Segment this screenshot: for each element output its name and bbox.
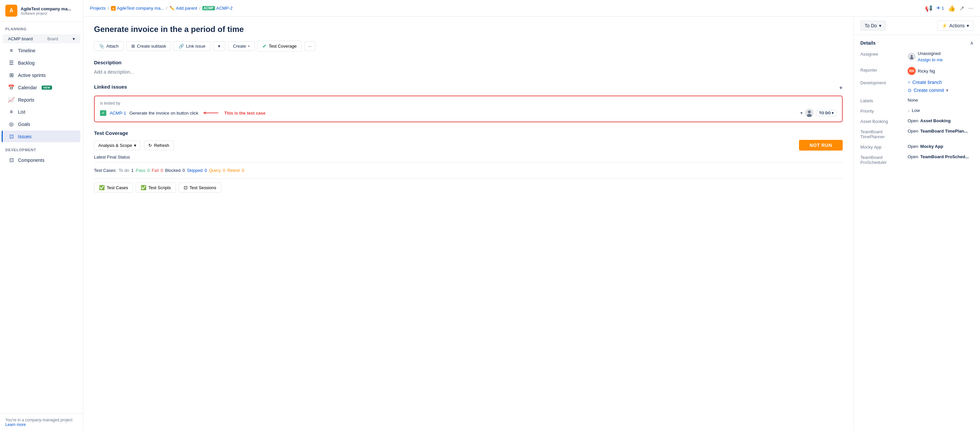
main-area: Projects / A AgileTest company ma... / ✏… [83, 0, 980, 431]
priority-value: ↓ Low [908, 108, 920, 113]
share-button[interactable]: ↗ [959, 5, 964, 12]
footer-text: You're in a company-managed project [5, 418, 78, 422]
sidebar-item-reports[interactable]: 📈 Reports [3, 94, 80, 106]
development-value: ⑂ Create branch ⊙ Create commit ▾ [908, 79, 948, 93]
test-stats: Test Cases: To do 1 Pass 0 Fail 0 Blocke… [94, 165, 843, 176]
divider-1 [94, 162, 843, 163]
asset-booking-link[interactable]: Asset Booking [920, 118, 951, 123]
reporter-avatar-img: RN [908, 67, 916, 75]
expand-icon[interactable]: ▾ [800, 110, 803, 116]
lightning-icon: ⚡ [942, 23, 947, 28]
breadcrumb-add-parent[interactable]: Add parent [176, 6, 197, 11]
sidebar-item-list[interactable]: ≡ List [3, 106, 80, 117]
notification-icon[interactable]: 📢 [925, 5, 932, 12]
pencil-icon: ✏️ [169, 6, 175, 11]
sidebar-item-calendar[interactable]: 📅 Calendar NEW [3, 82, 80, 93]
subtask-icon: ⊞ [131, 44, 135, 49]
teamboard-timeplanner-link[interactable]: TeamBoard TimePlan... [920, 128, 968, 133]
commit-dropdown-icon[interactable]: ▾ [946, 87, 948, 93]
attach-button[interactable]: 📎 Attach [94, 41, 124, 51]
actions-dropdown[interactable]: ⚡ Actions ▾ [937, 21, 973, 31]
goals-icon: ◎ [8, 121, 15, 127]
sidebar-item-issues[interactable]: ⊡ Issues [2, 131, 80, 142]
breadcrumb-issue[interactable]: ACMP-2 [216, 6, 233, 11]
link-dropdown-button[interactable]: ▾ [213, 41, 225, 51]
test-coverage-button[interactable]: ✔ Test Coverage [257, 41, 302, 52]
more-actions-button[interactable]: ··· [968, 5, 973, 12]
teamboard-timeplanner-value: Open TeamBoard TimePlan... [908, 128, 968, 133]
board-selector[interactable]: ACMP board Board ▾ [3, 34, 80, 43]
sidebar-item-components[interactable]: ⊡ Components [3, 154, 80, 166]
sidebar-item-active-sprints[interactable]: ⊞ Active sprints [3, 69, 80, 81]
chevron-icon: ▾ [218, 44, 220, 49]
svg-text:RN: RN [909, 69, 914, 73]
linked-item-status-dropdown[interactable]: TO DO ▾ [816, 110, 837, 116]
breadcrumb-project[interactable]: AgileTest company ma... [117, 6, 164, 11]
issue-badge: ACMP [202, 6, 215, 10]
actions-chevron-icon: ▾ [967, 23, 969, 28]
teamboard-proscheduler-link[interactable]: TeamBoard ProSched... [920, 154, 969, 159]
assignee-value: Unassigned Assign to me [908, 51, 943, 62]
sidebar-item-backlog[interactable]: ☰ Backlog [3, 57, 80, 69]
pass-label: Pass [136, 168, 145, 173]
test-sessions-tab[interactable]: ⊡ Test Sessions [179, 182, 221, 193]
eye-icon: 👁 [936, 6, 941, 11]
latest-final-status: Latest Final Status [94, 155, 843, 160]
retest-label: Retest [228, 168, 240, 173]
sidebar-item-label: Reports [18, 97, 34, 103]
development-label: DEVELOPMENT [0, 143, 83, 154]
add-linked-issue-button[interactable]: + [839, 85, 843, 92]
sidebar-header: A AgileTest company ma... Software proje… [0, 0, 83, 22]
sidebar-item-label: List [18, 109, 25, 114]
test-scripts-icon: ✅ [141, 185, 146, 190]
not-run-button[interactable]: NOT RUN [799, 140, 843, 151]
linked-issues-title: Linked issues [94, 84, 127, 90]
labels-label: Labels [860, 98, 904, 103]
mocky-app-link[interactable]: Mocky App [920, 144, 943, 149]
mocky-app-value: Open Mocky App [908, 144, 943, 149]
linked-issues-section: Linked issues + is tested by ✓ ACMP-1 Ge… [94, 84, 843, 122]
timeline-icon: ≡ [8, 48, 15, 54]
learn-more-link[interactable]: Learn more [5, 422, 25, 427]
description-input[interactable]: Add a description... [94, 68, 843, 76]
create-commit-link[interactable]: Create commit [914, 87, 944, 93]
topbar-actions: 📢 👁 1 👍 ↗ ··· [925, 5, 973, 12]
reporter-value: RN Ricky Ng [908, 67, 935, 75]
sidebar: A AgileTest company ma... Software proje… [0, 0, 83, 431]
create-button[interactable]: Create ▾ [228, 41, 255, 51]
test-cases-tab[interactable]: ✅ Test Cases [94, 182, 133, 193]
breadcrumb-projects[interactable]: Projects [90, 6, 106, 11]
test-coverage-toolbar: Analysis & Scope ▾ ↻ Refresh NOT RUN [94, 140, 843, 151]
sidebar-item-timeline[interactable]: ≡ Timeline [3, 45, 80, 56]
details-title: Details ∧ [860, 40, 973, 46]
linked-item-title: Generate the invoice on button click [129, 111, 198, 116]
analysis-scope-button[interactable]: Analysis & Scope ▾ [94, 141, 141, 150]
link-issue-button[interactable]: 🔗 Link issue [173, 41, 210, 51]
blocked-label: Blocked [165, 168, 180, 173]
sidebar-item-label: Timeline [18, 48, 35, 53]
create-branch-link[interactable]: Create branch [912, 79, 942, 85]
test-scripts-tab[interactable]: ✅ Test Scripts [136, 182, 176, 193]
watchers[interactable]: 👁 1 [936, 6, 944, 11]
more-button[interactable]: ··· [304, 41, 315, 51]
issue-toolbar: 📎 Attach ⊞ Create subtask 🔗 Link issue ▾… [94, 41, 843, 52]
linked-assignee-avatar [805, 109, 813, 117]
teamboard-proscheduler-value: Open TeamBoard ProSched... [908, 154, 969, 159]
svg-marker-3 [203, 112, 206, 114]
fail-label: Fail [152, 168, 159, 173]
like-button[interactable]: 👍 [948, 5, 955, 12]
svg-point-5 [808, 111, 811, 113]
refresh-button[interactable]: ↻ Refresh [144, 141, 173, 150]
status-dropdown[interactable]: To Do ▾ [860, 21, 886, 31]
sidebar-item-label: Active sprints [18, 73, 46, 78]
arrow-icon [202, 109, 222, 116]
assign-to-me-link[interactable]: Assign to me [918, 57, 943, 62]
breadcrumb-sep-1: / [108, 6, 109, 11]
linked-item-id[interactable]: ACMP-1 [110, 111, 126, 116]
create-subtask-button[interactable]: ⊞ Create subtask [126, 41, 171, 51]
priority-label: Priority [860, 108, 904, 114]
collapse-icon[interactable]: ∧ [970, 40, 973, 46]
sidebar-item-goals[interactable]: ◎ Goals [3, 118, 80, 130]
linked-item: ✓ ACMP-1 Generate the invoice on button … [100, 109, 837, 117]
details-section: Details ∧ Assignee Unassigned Assign to … [854, 35, 980, 175]
